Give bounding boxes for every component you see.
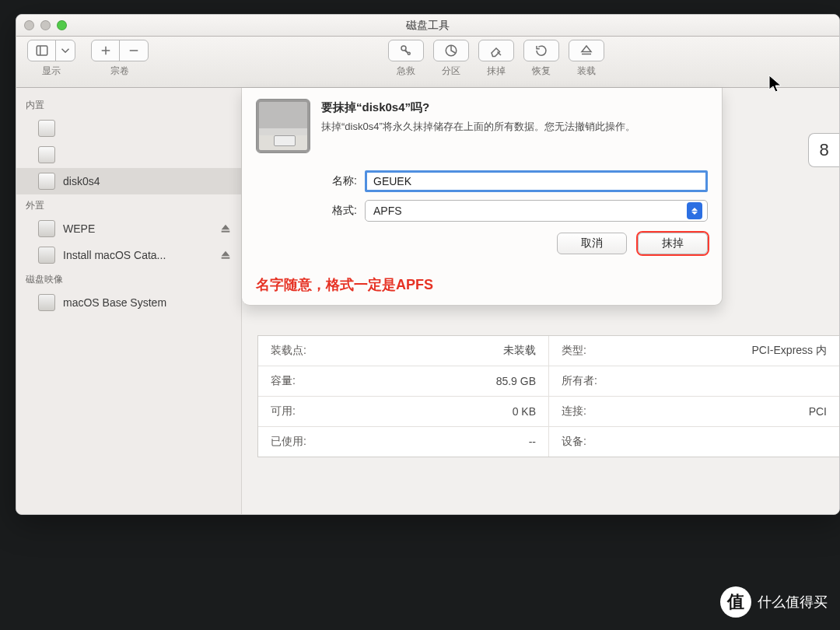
details-table: 装载点:未装载 类型:PCI-Express 内 容量:85.9 GB 所有者:… — [257, 335, 839, 457]
main-pane: 8 要抹掉“disk0s4”吗? 抹掉“disk0s4”将永久抹掉储存在上面的所… — [242, 88, 839, 514]
section-external: 外置 — [16, 194, 241, 215]
window-title: 磁盘工具 — [406, 19, 450, 33]
restore-button[interactable] — [523, 40, 559, 61]
sheet-title: 要抹掉“disk0s4”吗? — [321, 100, 635, 115]
erase-confirm-button[interactable]: 抹掉 — [638, 233, 708, 254]
detail-val: 85.9 GB — [496, 375, 536, 387]
cancel-button[interactable]: 取消 — [557, 233, 627, 254]
sidebar-item-disk0s4[interactable]: disk0s4 — [16, 168, 241, 194]
firstaid-button[interactable] — [388, 40, 424, 61]
erase-sheet: 要抹掉“disk0s4”吗? 抹掉“disk0s4”将永久抹掉储存在上面的所有数… — [242, 88, 723, 306]
sidebar-item-internal-0[interactable] — [16, 115, 241, 142]
hard-drive-icon — [256, 99, 310, 153]
name-input[interactable] — [365, 170, 708, 192]
volume-label: 宗卷 — [110, 65, 129, 78]
table-row: 可用:0 KB 连接:PCI — [258, 397, 839, 427]
annotation-text: 名字随意，格式一定是APFS — [256, 275, 433, 294]
table-row: 装载点:未装载 类型:PCI-Express 内 — [258, 336, 839, 366]
chevron-down-icon[interactable] — [56, 40, 75, 61]
format-select[interactable]: APFS — [365, 200, 708, 222]
sidebar: 内置 disk0s4 外置 WEPE Install macOS Cata...… — [16, 88, 242, 514]
disk-utility-window: 磁盘工具 显示 宗卷 — [16, 14, 840, 515]
hdd-icon — [38, 120, 55, 137]
detail-key: 设备: — [562, 435, 586, 449]
detail-val: -- — [529, 436, 536, 448]
detail-key: 所有者: — [562, 374, 597, 388]
sidebar-item-wepe[interactable]: WEPE — [16, 215, 241, 242]
detail-key: 可用: — [271, 404, 296, 418]
volume-group: 宗卷 — [91, 40, 149, 78]
external-disk-icon — [38, 247, 55, 264]
detail-key: 装载点: — [271, 344, 306, 358]
titlebar: 磁盘工具 — [16, 15, 839, 37]
detail-key: 已使用: — [271, 435, 306, 449]
detail-val: PCI — [809, 405, 827, 418]
view-label: 显示 — [42, 65, 61, 78]
sheet-message: 抹掉“disk0s4”将永久抹掉储存在上面的所有数据。您无法撤销此操作。 — [321, 120, 635, 134]
external-disk-icon — [38, 220, 55, 237]
svg-rect-12 — [222, 231, 230, 233]
svg-rect-0 — [37, 46, 47, 55]
info-button[interactable]: 8 — [808, 133, 839, 167]
minimize-window-button[interactable] — [40, 20, 51, 30]
detail-val: 未装载 — [503, 344, 536, 358]
detail-key: 类型: — [562, 344, 586, 358]
watermark: 值 什么值得买 — [720, 586, 828, 618]
format-field-label: 格式: — [318, 204, 357, 218]
mount-label: 装载 — [577, 65, 596, 78]
updown-icon — [687, 202, 702, 219]
name-field-label: 名称: — [318, 174, 357, 188]
svg-rect-14 — [222, 257, 230, 259]
partition-button[interactable] — [433, 40, 469, 61]
firstaid-label: 急救 — [397, 65, 415, 78]
restore-label: 恢复 — [532, 65, 551, 78]
add-volume-icon[interactable] — [92, 40, 120, 61]
table-row: 容量:85.9 GB 所有者: — [258, 366, 839, 397]
section-internal: 内置 — [16, 94, 241, 115]
toolbar: 显示 宗卷 急救 分区 抹掉 恢复 装载 — [16, 37, 839, 88]
svg-point-5 — [401, 46, 406, 51]
hdd-icon — [38, 146, 55, 163]
erase-button[interactable] — [478, 40, 514, 61]
partition-label: 分区 — [442, 65, 460, 78]
traffic-lights — [24, 20, 67, 30]
svg-marker-13 — [222, 251, 230, 257]
disk-image-icon — [38, 294, 55, 311]
detail-key: 连接: — [562, 404, 586, 418]
sidebar-item-label: Install macOS Cata... — [63, 249, 212, 261]
sidebar-item-label: WEPE — [63, 222, 212, 235]
watermark-text: 什么值得买 — [758, 593, 828, 611]
hdd-icon — [38, 173, 55, 190]
svg-marker-11 — [222, 225, 230, 230]
eject-icon[interactable] — [219, 222, 232, 235]
remove-volume-icon[interactable] — [120, 40, 148, 61]
table-row: 已使用:-- 设备: — [258, 427, 839, 457]
view-group: 显示 — [27, 40, 75, 78]
format-value: APFS — [373, 205, 402, 217]
detail-key: 容量: — [271, 374, 296, 388]
sidebar-item-base-system[interactable]: macOS Base System — [16, 289, 241, 316]
detail-val: 0 KB — [513, 405, 536, 418]
sidebar-toggle-icon[interactable] — [28, 40, 56, 61]
section-images: 磁盘映像 — [16, 268, 241, 289]
sidebar-item-internal-1[interactable] — [16, 142, 241, 168]
svg-marker-9 — [582, 46, 591, 52]
eject-icon[interactable] — [219, 249, 232, 261]
erase-label: 抹掉 — [487, 65, 506, 78]
view-seg[interactable] — [27, 40, 75, 61]
svg-point-6 — [408, 52, 410, 54]
toolbar-center: 急救 分区 抹掉 恢复 装载 — [388, 40, 604, 78]
detail-val: PCI-Express 内 — [752, 344, 827, 358]
sidebar-item-install-catalina[interactable]: Install macOS Cata... — [16, 242, 241, 268]
zoom-window-button[interactable] — [57, 20, 67, 30]
close-window-button[interactable] — [24, 20, 34, 30]
volume-seg[interactable] — [91, 40, 149, 61]
sidebar-item-label: macOS Base System — [63, 296, 232, 309]
mount-button[interactable] — [569, 40, 604, 61]
sidebar-item-label: disk0s4 — [63, 175, 232, 187]
watermark-badge-icon: 值 — [720, 586, 751, 618]
